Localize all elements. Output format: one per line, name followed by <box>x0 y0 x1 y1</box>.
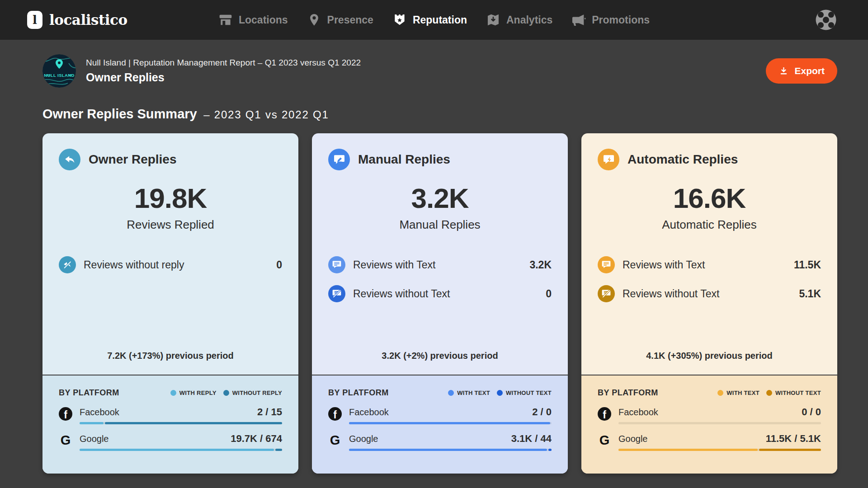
legend-dot-dark <box>497 390 503 396</box>
brand-logo[interactable]: l localistico <box>27 11 127 29</box>
platform-bar <box>618 422 821 424</box>
legend-dot-light <box>717 390 723 396</box>
automatic-reply-icon <box>598 149 619 170</box>
nav-item-label: Locations <box>239 14 288 26</box>
platform-bar <box>618 449 821 451</box>
previous-period: 7.2K (+173%) previous period <box>59 351 282 361</box>
export-label: Export <box>794 66 825 76</box>
stat-label: Reviews without reply <box>84 259 184 271</box>
platform-bar <box>80 422 282 424</box>
card-manual-replies: Manual Replies 3.2K Manual Replies Revie… <box>312 133 568 474</box>
header-text: Null Island | Reputation Management Repo… <box>86 58 361 84</box>
export-button[interactable]: Export <box>766 58 837 84</box>
nav-item-reputation[interactable]: Reputation <box>392 13 467 27</box>
legend: WITH REPLY WITHOUT REPLY <box>170 389 282 396</box>
metric-label: Automatic Replies <box>598 218 821 232</box>
facebook-icon: f <box>328 407 342 421</box>
bar-segment-light <box>80 449 274 451</box>
platform-name: Google <box>349 434 378 444</box>
nav-item-locations[interactable]: Locations <box>218 13 288 27</box>
legend-with: WITH TEXT <box>717 389 760 396</box>
nav-item-label: Analytics <box>506 14 552 26</box>
card-title: Automatic Replies <box>627 152 738 167</box>
stat-label: Reviews without Text <box>623 288 719 300</box>
bar-segment-light <box>618 449 758 451</box>
bar-segment-light <box>349 422 550 424</box>
legend-dot-dark <box>223 390 229 396</box>
storefront-icon <box>218 13 233 27</box>
legend-without: WITHOUT REPLY <box>223 389 282 396</box>
google-icon: G <box>59 433 72 447</box>
platform-value: 0 / 0 <box>802 406 821 418</box>
legend-dot-light <box>448 390 454 396</box>
nav-item-promotions[interactable]: Promotions <box>571 13 650 27</box>
nav-item-presence[interactable]: Presence <box>307 13 373 27</box>
avatar: NULL ISLAND <box>42 54 76 88</box>
legend-with: WITH TEXT <box>448 389 490 396</box>
localistico-logo-icon: l <box>27 11 42 29</box>
platform-value: 2 / 15 <box>257 406 282 418</box>
legend-without: WITHOUT TEXT <box>766 389 821 396</box>
platform-bar <box>349 422 552 424</box>
platform-row-facebook: f Facebook2 / 15 <box>59 406 282 424</box>
metric-label: Manual Replies <box>328 218 552 232</box>
summary-subtitle: – 2023 Q1 vs 2022 Q1 <box>203 108 329 121</box>
google-icon: G <box>598 433 611 447</box>
card-title: Manual Replies <box>358 152 450 167</box>
card-title: Owner Replies <box>89 152 177 167</box>
by-platform-title: BY PLATFORM <box>328 388 389 398</box>
summary-heading: Owner Replies Summary – 2023 Q1 vs 2022 … <box>0 107 868 122</box>
summary-title: Owner Replies Summary <box>42 107 197 121</box>
platform-row-facebook: f Facebook2 / 0 <box>328 406 552 424</box>
report-header: NULL ISLAND Null Island | Reputation Man… <box>0 40 868 88</box>
platform-name: Facebook <box>80 407 119 418</box>
platform-row-google: G Google3.1K / 44 <box>328 433 552 451</box>
stat-label: Reviews without Text <box>353 288 450 300</box>
platform-name: Google <box>80 434 109 444</box>
brand-name: localistico <box>49 12 127 28</box>
platform-row-google: G Google19.7K / 674 <box>59 433 282 451</box>
settings-icon[interactable] <box>814 8 838 32</box>
stat-row: Reviews with Text 11.5K <box>598 256 821 273</box>
platform-bar <box>349 449 552 451</box>
breadcrumb: Null Island | Reputation Management Repo… <box>86 58 361 68</box>
stat-row: Reviews without Text 0 <box>328 285 552 302</box>
map-analytics-icon <box>486 13 500 27</box>
platform-value: 2 / 0 <box>532 406 552 418</box>
reviews-without-text-icon <box>598 285 615 302</box>
download-icon <box>778 66 789 76</box>
summary-cards: Owner Replies 19.8K Reviews Replied Revi… <box>42 133 837 474</box>
platform-name: Facebook <box>618 407 658 418</box>
bar-segment-dark <box>759 449 821 451</box>
stat-label: Reviews with Text <box>353 259 435 271</box>
page-title: Owner Replies <box>86 71 361 84</box>
stat-label: Reviews with Text <box>623 259 705 271</box>
legend-dot-dark <box>766 390 772 396</box>
metric-value: 3.2K <box>328 182 552 214</box>
previous-period: 4.1K (+305%) previous period <box>598 351 821 361</box>
card-owner-replies: Owner Replies 19.8K Reviews Replied Revi… <box>42 133 298 474</box>
by-platform-section: BY PLATFORM WITH TEXT WITHOUT TEXT f Fac… <box>312 375 568 474</box>
metric-value: 16.6K <box>598 182 821 214</box>
nav-item-label: Promotions <box>592 14 650 26</box>
platform-name: Facebook <box>349 407 389 418</box>
by-platform-title: BY PLATFORM <box>598 388 658 398</box>
platform-row-facebook: f Facebook0 / 0 <box>598 406 821 424</box>
badge-star-icon <box>392 13 407 27</box>
by-platform-title: BY PLATFORM <box>59 388 119 398</box>
reviews-without-text-icon <box>328 285 345 302</box>
stat-value: 0 <box>546 288 552 300</box>
bar-segment-dark <box>275 449 282 451</box>
logo-letter: l <box>33 13 37 27</box>
top-nav: l localistico Locations Presence Reputat… <box>0 0 868 40</box>
platform-value: 11.5K / 5.1K <box>766 433 821 445</box>
stat-value: 11.5K <box>794 259 821 271</box>
nav-item-analytics[interactable]: Analytics <box>486 13 552 27</box>
bar-segment-dark <box>548 449 552 451</box>
legend: WITH TEXT WITHOUT TEXT <box>448 389 552 396</box>
megaphone-icon <box>571 13 586 27</box>
metric-value: 19.8K <box>59 182 282 214</box>
stat-value: 5.1K <box>799 288 821 300</box>
bar-segment-light <box>80 422 104 424</box>
nav-item-label: Presence <box>327 14 373 26</box>
